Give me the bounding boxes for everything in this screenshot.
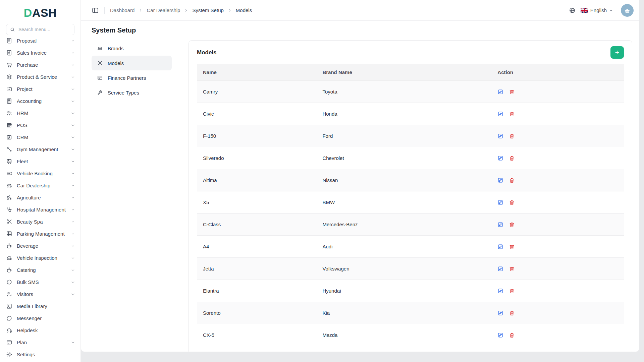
- add-model-button[interactable]: +: [610, 46, 624, 59]
- sidebar-item-pos[interactable]: POS: [6, 119, 75, 131]
- sidebar-item-purchase[interactable]: Purchase: [6, 59, 75, 71]
- globe-icon[interactable]: [569, 7, 576, 14]
- breadcrumb-system-setup[interactable]: System Setup: [192, 7, 223, 13]
- sidebar-item-gym-management[interactable]: Gym Management: [6, 143, 75, 155]
- chevron-down-icon: [71, 232, 75, 236]
- topbar-right: English: [569, 4, 634, 17]
- credit-card-icon: [6, 339, 12, 346]
- chevron-down-icon: [71, 87, 75, 91]
- sidebar-item-parking-management[interactable]: Parking Management: [6, 228, 75, 240]
- sidebar-item-agriculture[interactable]: Agriculture: [6, 191, 75, 203]
- edit-icon: [497, 222, 503, 228]
- sidebar-item-label: Vehicle Booking: [17, 171, 53, 176]
- brand-name-cell: Nissan: [316, 169, 491, 191]
- chevron-down-icon: [71, 280, 75, 284]
- table-row: A4Audi: [197, 236, 624, 258]
- sidebar-item-catering[interactable]: Catering: [6, 264, 75, 276]
- delete-button[interactable]: [509, 133, 515, 139]
- sidebar-item-hrm[interactable]: HRM: [6, 107, 75, 119]
- sidebar-item-beverage[interactable]: Beverage: [6, 240, 75, 252]
- delete-button[interactable]: [509, 199, 515, 205]
- logo-letter-d: D: [24, 6, 32, 19]
- sidebar-item-fleet[interactable]: Fleet: [6, 155, 75, 167]
- chevron-down-icon: [71, 292, 75, 296]
- chevron-down-icon: [71, 51, 75, 55]
- sidebar-item-accounting[interactable]: Accounting: [6, 95, 75, 107]
- edit-icon: [497, 199, 503, 205]
- sidebar-item-bulk-sms[interactable]: Bulk SMS: [6, 276, 75, 288]
- sidebar-item-media-library[interactable]: Media Library: [6, 300, 75, 312]
- chevron-down-icon: [71, 256, 75, 260]
- delete-button[interactable]: [509, 310, 515, 316]
- edit-button[interactable]: [497, 199, 503, 205]
- sidebar-item-crm[interactable]: CRM: [6, 131, 75, 143]
- sidebar-toggle-icon[interactable]: [92, 7, 99, 14]
- sidebar-item-label: Agriculture: [17, 195, 41, 200]
- delete-button[interactable]: [509, 89, 515, 95]
- setup-nav-item-service-types[interactable]: Service Types: [92, 85, 172, 100]
- sidebar-item-project[interactable]: Project: [6, 83, 75, 95]
- delete-button[interactable]: [509, 332, 515, 338]
- sidebar-item-proposal[interactable]: Proposal: [6, 38, 75, 47]
- edit-button[interactable]: [497, 310, 503, 316]
- edit-icon: [497, 155, 503, 161]
- breadcrumb-dashboard[interactable]: Dashboard: [110, 7, 135, 13]
- edit-button[interactable]: [497, 177, 503, 183]
- edit-button[interactable]: [497, 111, 503, 117]
- main-panel: Dashboard Car Dealership System Setup Mo…: [81, 0, 639, 352]
- table-row: F-150Ford: [197, 125, 624, 147]
- edit-button[interactable]: [497, 332, 503, 338]
- edit-button[interactable]: [497, 222, 503, 228]
- delete-button[interactable]: [509, 222, 515, 228]
- stethoscope-icon: [6, 206, 12, 213]
- sidebar-item-product-service[interactable]: Product & Service: [6, 71, 75, 83]
- language-selector[interactable]: English: [581, 7, 613, 13]
- sidebar-item-beauty-spa[interactable]: Beauty Spa: [6, 216, 75, 228]
- edit-icon: [497, 288, 503, 294]
- sidebar-item-visitors[interactable]: Visitors: [6, 288, 75, 300]
- sidebar-item-label: Beverage: [17, 243, 38, 249]
- chevron-down-icon: [71, 195, 75, 200]
- breadcrumb-car-dealership[interactable]: Car Dealership: [147, 7, 180, 13]
- brand-name-cell: Volkswagen: [316, 258, 491, 280]
- table-row: ElantraHyundai: [197, 280, 624, 302]
- user-avatar[interactable]: [621, 4, 634, 17]
- sidebar-item-label: Visitors: [17, 291, 33, 297]
- sidebar-item-helpdesk[interactable]: Helpdesk: [6, 324, 75, 336]
- sidebar-item-vehicle-inspection[interactable]: Vehicle Inspection: [6, 252, 75, 264]
- trash-icon: [509, 266, 515, 272]
- brand-name-cell: BMW: [316, 191, 491, 214]
- sidebar-item-messenger[interactable]: Messenger: [6, 312, 75, 324]
- delete-button[interactable]: [509, 266, 515, 272]
- delete-button[interactable]: [509, 177, 515, 183]
- edit-icon: [497, 111, 503, 117]
- chevron-down-icon: [71, 159, 75, 164]
- chevron-down-icon: [71, 244, 75, 248]
- sidebar-item-sales-invoice[interactable]: Sales Invoice: [6, 47, 75, 59]
- setup-nav-item-finance-partners[interactable]: Finance Partners: [92, 70, 172, 85]
- edit-button[interactable]: [497, 133, 503, 139]
- sidebar-item-label: Product & Service: [17, 74, 57, 80]
- sidebar-item-settings[interactable]: Settings: [6, 348, 75, 360]
- edit-button[interactable]: [497, 155, 503, 161]
- sidebar-item-plan[interactable]: Plan: [6, 336, 75, 348]
- setup-nav-item-brands[interactable]: Brands: [92, 41, 172, 56]
- setup-nav-item-label: Brands: [108, 46, 124, 51]
- sidebar-item-hospital-management[interactable]: Hospital Management: [6, 203, 75, 216]
- delete-button[interactable]: [509, 244, 515, 250]
- chat-bubble-icon: [6, 315, 12, 321]
- action-cell: [491, 103, 624, 125]
- edit-button[interactable]: [497, 244, 503, 250]
- sidebar-item-vehicle-booking[interactable]: Vehicle Booking: [6, 167, 75, 179]
- delete-button[interactable]: [509, 111, 515, 117]
- edit-button[interactable]: [497, 266, 503, 272]
- search-input[interactable]: [18, 26, 71, 33]
- delete-button[interactable]: [509, 288, 515, 294]
- setup-nav-item-models[interactable]: Models: [92, 56, 172, 70]
- edit-button[interactable]: [497, 288, 503, 294]
- delete-button[interactable]: [509, 155, 515, 161]
- sidebar-item-label: Sales Invoice: [17, 50, 47, 56]
- edit-button[interactable]: [497, 89, 503, 95]
- trash-icon: [509, 199, 515, 205]
- sidebar-item-car-dealership[interactable]: Car Dealership: [6, 179, 75, 191]
